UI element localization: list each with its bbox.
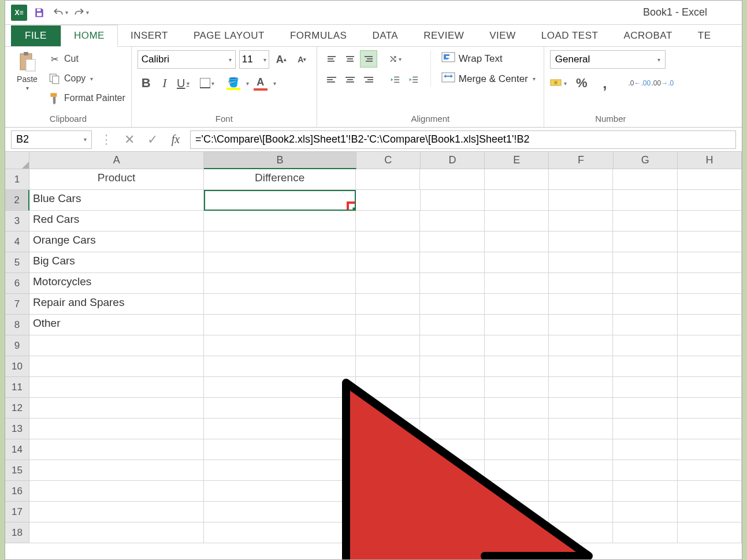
cell-G15[interactable] xyxy=(613,460,677,481)
cell-A13[interactable] xyxy=(29,419,204,439)
column-header-A[interactable]: A xyxy=(29,152,204,169)
cell-D2[interactable] xyxy=(421,190,485,211)
cell-F5[interactable] xyxy=(549,252,613,273)
orientation-button[interactable]: ⤭▾ xyxy=(386,50,404,68)
cell-G14[interactable] xyxy=(613,439,677,460)
cell-D18[interactable] xyxy=(420,522,484,543)
align-middle-button[interactable] xyxy=(341,50,359,68)
cell-C10[interactable] xyxy=(356,356,420,377)
underline-button[interactable]: U▾ xyxy=(174,74,192,92)
comma-button[interactable]: , xyxy=(596,74,614,92)
column-header-D[interactable]: D xyxy=(421,152,485,169)
cell-G7[interactable] xyxy=(613,294,677,315)
row-header-2[interactable]: 2 xyxy=(5,190,29,211)
increase-indent-button[interactable] xyxy=(405,71,422,88)
cell-F1[interactable] xyxy=(549,169,613,190)
enter-formula-button[interactable]: ✓ xyxy=(144,131,161,148)
cell-C2[interactable] xyxy=(356,190,420,211)
cell-A3[interactable]: Red Cars xyxy=(29,211,204,232)
cell-D15[interactable] xyxy=(420,460,484,481)
cell-H10[interactable] xyxy=(678,356,742,377)
select-all-corner[interactable] xyxy=(5,152,29,169)
row-header-8[interactable]: 8 xyxy=(5,315,29,335)
spreadsheet-grid[interactable]: ABCDEFGH 123456789101112131415161718 Pro… xyxy=(5,152,742,559)
decrease-font-button[interactable]: A▾ xyxy=(293,51,311,68)
cell-A4[interactable]: Orange Cars xyxy=(29,232,204,252)
cell-C9[interactable] xyxy=(356,335,420,356)
tab-te-partial[interactable]: TE xyxy=(685,25,724,46)
row-header-16[interactable]: 16 xyxy=(5,481,29,502)
cell-B11[interactable] xyxy=(204,377,356,398)
cell-A12[interactable] xyxy=(29,398,204,419)
cell-G5[interactable] xyxy=(613,252,677,273)
cell-C6[interactable] xyxy=(356,273,420,294)
cell-H11[interactable] xyxy=(678,377,742,398)
cell-B4[interactable] xyxy=(204,232,356,252)
row-header-1[interactable]: 1 xyxy=(5,169,29,190)
excel-app-icon[interactable]: X≡ xyxy=(11,5,27,21)
fill-color-button[interactable]: 🪣 xyxy=(223,74,244,92)
cell-F2[interactable] xyxy=(549,190,613,211)
cell-F10[interactable] xyxy=(549,356,613,377)
cell-B15[interactable] xyxy=(204,460,356,481)
cell-B7[interactable] xyxy=(204,294,356,315)
cell-E2[interactable] xyxy=(485,190,549,211)
cell-F13[interactable] xyxy=(549,419,613,439)
cell-H13[interactable] xyxy=(678,419,742,439)
merge-center-button[interactable]: Merge & Center ▾ xyxy=(439,70,538,87)
save-icon[interactable] xyxy=(31,4,48,21)
wrap-text-button[interactable]: Wrap Text xyxy=(439,50,538,67)
cell-B13[interactable] xyxy=(204,419,356,439)
cell-H18[interactable] xyxy=(678,522,742,543)
cell-B1[interactable]: Difference xyxy=(204,169,356,190)
increase-font-button[interactable]: A▴ xyxy=(273,51,290,68)
column-header-G[interactable]: G xyxy=(614,152,678,169)
row-header-5[interactable]: 5 xyxy=(5,252,29,273)
cell-C3[interactable] xyxy=(356,211,420,232)
tab-insert[interactable]: INSERT xyxy=(118,25,181,46)
cell-H5[interactable] xyxy=(678,252,742,273)
cell-D4[interactable] xyxy=(420,232,484,252)
cell-C7[interactable] xyxy=(356,294,420,315)
cell-B12[interactable] xyxy=(204,398,356,419)
row-header-10[interactable]: 10 xyxy=(5,356,29,377)
column-header-E[interactable]: E xyxy=(485,152,549,169)
row-header-9[interactable]: 9 xyxy=(5,335,29,356)
cell-G4[interactable] xyxy=(613,232,677,252)
cell-B3[interactable] xyxy=(204,211,356,232)
cell-F16[interactable] xyxy=(549,481,613,502)
cell-D5[interactable] xyxy=(420,252,484,273)
column-header-H[interactable]: H xyxy=(678,152,742,169)
cells-area[interactable]: ProductDifferenceBlue CarsRed CarsOrange… xyxy=(29,169,742,559)
cell-G9[interactable] xyxy=(613,335,677,356)
cell-C4[interactable] xyxy=(356,232,420,252)
cell-B5[interactable] xyxy=(204,252,356,273)
tab-pagelayout[interactable]: PAGE LAYOUT xyxy=(181,25,277,46)
row-header-3[interactable]: 3 xyxy=(5,211,29,232)
number-format-select[interactable]: General ▾ xyxy=(550,50,666,69)
column-header-C[interactable]: C xyxy=(356,152,421,169)
cell-F18[interactable] xyxy=(549,522,613,543)
cell-H14[interactable] xyxy=(678,439,742,460)
paste-button[interactable]: Paste ▾ xyxy=(11,50,43,91)
cell-A9[interactable] xyxy=(29,335,204,356)
cell-D12[interactable] xyxy=(420,398,484,419)
align-bottom-button[interactable] xyxy=(360,50,377,68)
name-box[interactable]: B2 ▾ xyxy=(11,130,92,149)
cell-E3[interactable] xyxy=(485,211,549,232)
font-color-button[interactable]: A xyxy=(250,74,271,92)
cell-A18[interactable] xyxy=(29,522,204,543)
cell-D6[interactable] xyxy=(420,273,484,294)
cell-C12[interactable] xyxy=(356,398,420,419)
cell-E6[interactable] xyxy=(485,273,549,294)
cell-F4[interactable] xyxy=(549,232,613,252)
cell-H7[interactable] xyxy=(678,294,742,315)
cell-H9[interactable] xyxy=(678,335,742,356)
cell-G11[interactable] xyxy=(613,377,677,398)
chevron-down-icon[interactable]: ▾ xyxy=(273,80,276,87)
cell-E8[interactable] xyxy=(485,315,549,335)
cell-G12[interactable] xyxy=(613,398,677,419)
italic-button[interactable]: I xyxy=(156,74,173,92)
cell-D17[interactable] xyxy=(420,502,484,522)
cell-A5[interactable]: Big Cars xyxy=(29,252,204,273)
